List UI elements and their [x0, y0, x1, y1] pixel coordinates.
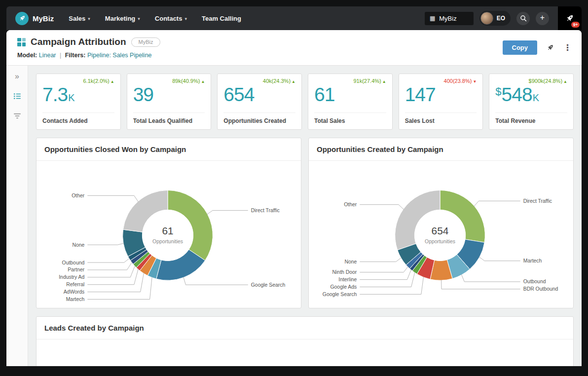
donut-label-ninth-door: Ninth Door — [332, 269, 357, 275]
filters-value[interactable]: Pipeline: Sales Pipeline — [87, 52, 152, 59]
add-button[interactable]: + — [536, 12, 549, 25]
donut-label-bdr-outbound: BDR Outbound — [523, 286, 558, 292]
chart-card-opportunities-created-by-campaign: Opportunities Created by CampaignOtherNo… — [308, 138, 574, 308]
dashboard-grid-icon — [17, 38, 26, 46]
label-connector-line — [87, 243, 124, 245]
nav-menu: Sales▾Marketing▾Contacts▾Team Calling — [69, 15, 241, 22]
notification-badge: 9+ — [571, 22, 580, 28]
nav-item-contacts[interactable]: Contacts▾ — [155, 15, 187, 22]
avatar — [480, 12, 493, 25]
app-frame: MyBiz Sales▾Marketing▾Contacts▾Team Call… — [0, 0, 588, 376]
org-name: MyBiz — [439, 15, 456, 22]
search-button[interactable] — [516, 12, 530, 25]
kpi-delta-text: 40k(24.3%) — [263, 78, 291, 84]
top-navbar: MyBiz Sales▾Marketing▾Contacts▾Team Call… — [6, 6, 582, 30]
filter-summary: Model: Linear | Filters: Pipeline: Sales… — [17, 52, 160, 59]
kpi-label: Total Leads Qualified — [133, 113, 205, 129]
org-switcher-button[interactable]: ▦ MyBiz — [425, 12, 474, 25]
trend-down-icon: ▼ — [473, 79, 477, 84]
org-grid-icon: ▦ — [430, 15, 435, 22]
trend-up-icon: ▲ — [563, 79, 567, 84]
nav-item-label: Marketing — [105, 15, 135, 22]
kpi-value-suffix: K — [533, 92, 539, 103]
donut-center-label: Opportunities — [152, 239, 183, 244]
charts-row: Opportunities Closed Won by CampaignOthe… — [36, 138, 574, 308]
notifications-rocket-tile[interactable]: 9+ — [558, 6, 582, 30]
kpi-card-total-sales[interactable]: 91k(27.4%)▲61Total Sales — [308, 74, 393, 130]
kpi-value: 654 — [223, 85, 295, 104]
kpi-delta-text: $900k(24.8%) — [529, 78, 563, 84]
bottom-row: Leads Created by Campaign — [36, 316, 574, 366]
chart-card-leads-created-by-campaign: Leads Created by Campaign — [36, 316, 574, 366]
brand-logo[interactable]: MyBiz — [15, 12, 54, 25]
page-header: Campaign Attribution MyBiz Model: Linear… — [6, 30, 582, 66]
left-sidebar: » — [6, 66, 28, 366]
trend-up-icon: ▲ — [292, 79, 295, 84]
more-options-icon[interactable]: ⋮ — [563, 43, 572, 52]
rocket-action-icon[interactable] — [546, 43, 554, 52]
kpi-label: Total Revenue — [495, 113, 567, 129]
kpi-card-sales-lost[interactable]: 400(23.8%)▼147Sales Lost — [399, 74, 483, 130]
user-menu[interactable]: EO — [479, 11, 511, 26]
donut-label-martech: Martech — [523, 258, 542, 263]
kpi-delta: $900k(24.8%)▲ — [495, 78, 567, 84]
kpi-card-contacts-added[interactable]: 6.1k(2.0%)▲7.3KContacts Added — [36, 74, 121, 130]
donut-label-adwords: AdWords — [64, 289, 85, 295]
sidebar-expand-icon[interactable]: » — [15, 73, 19, 80]
kpi-delta: 6.1k(2.0%)▲ — [42, 78, 114, 84]
label-connector-line — [360, 266, 408, 272]
donut-label-other: Other — [72, 193, 85, 198]
chart-title: Opportunities Created by Campaign — [309, 138, 573, 161]
kpi-delta: 400(23.8%)▼ — [405, 78, 477, 84]
kpi-value: 147 — [405, 85, 477, 104]
nav-item-marketing[interactable]: Marketing▾ — [105, 15, 140, 22]
kpi-card-total-revenue[interactable]: $900k(24.8%)▲$548KTotal Revenue — [489, 74, 574, 130]
main-area: » 6.1k(2.0%)▲7.3KCo — [6, 66, 582, 366]
kpi-delta-text: 400(23.8%) — [444, 78, 472, 84]
label-connector-line — [360, 277, 423, 295]
donut-center-value: 654 — [432, 225, 449, 236]
label-connector-line — [87, 258, 129, 263]
trend-up-icon: ▲ — [110, 79, 114, 84]
donut-label-none: None — [344, 259, 357, 264]
workspace-pill[interactable]: MyBiz — [131, 38, 161, 47]
title-row: Campaign Attribution MyBiz — [17, 37, 160, 47]
nav-item-team-calling[interactable]: Team Calling — [202, 15, 241, 22]
donut-label-referral: Referral — [66, 282, 84, 287]
donut-label-martech: Martech — [66, 297, 85, 302]
kpi-card-opportunities-created[interactable]: 40k(24.3%)▲654Opportunities Created — [217, 74, 302, 130]
nav-item-sales[interactable]: Sales▾ — [69, 15, 90, 22]
search-icon — [520, 15, 527, 22]
kpi-label: Opportunities Created — [223, 113, 295, 129]
rocket-logo-icon — [15, 12, 29, 25]
kpi-card-total-leads-qualified[interactable]: 89k(40.9%)▲39Total Leads Qualified — [127, 74, 212, 130]
donut-label-direct-traffic: Direct Traffic — [523, 198, 552, 204]
nav-item-label: Contacts — [155, 15, 183, 22]
kpi-label: Total Sales — [314, 113, 386, 129]
navbar-right: ▦ MyBiz EO + — [425, 11, 554, 26]
donut-chart: OtherNoneNinth DoorInterlineGoogle AdsGo… — [309, 161, 573, 308]
donut-label-google-search: Google Search — [323, 292, 357, 297]
donut-label-other: Other — [344, 202, 357, 207]
label-connector-line — [441, 280, 520, 289]
copy-button[interactable]: Copy — [503, 40, 538, 55]
model-value[interactable]: Linear — [39, 52, 56, 59]
chevron-down-icon: ▾ — [88, 16, 90, 21]
donut-center-value: 61 — [162, 225, 173, 236]
nav-item-label: Team Calling — [202, 15, 241, 22]
donut-label-none: None — [72, 242, 84, 248]
kpi-delta-text: 6.1k(2.0%) — [83, 78, 110, 84]
plus-icon: + — [540, 14, 545, 22]
list-view-icon[interactable] — [13, 92, 21, 100]
kpi-value: $548K — [495, 85, 567, 104]
filter-icon[interactable] — [13, 112, 21, 120]
brand-name: MyBiz — [33, 14, 54, 23]
kpi-delta-text: 91k(27.4%) — [353, 78, 381, 84]
trend-up-icon: ▲ — [201, 79, 205, 84]
donut-chart: OtherNoneOutboundPartnerIndustry AdRefer… — [37, 161, 301, 308]
filters-label: Filters: — [65, 52, 86, 59]
kpi-value: 61 — [314, 85, 386, 104]
donut-center-label: Opportunities — [425, 239, 455, 244]
main-panel: Campaign Attribution MyBiz Model: Linear… — [6, 30, 582, 366]
kpi-value: 39 — [133, 85, 205, 104]
